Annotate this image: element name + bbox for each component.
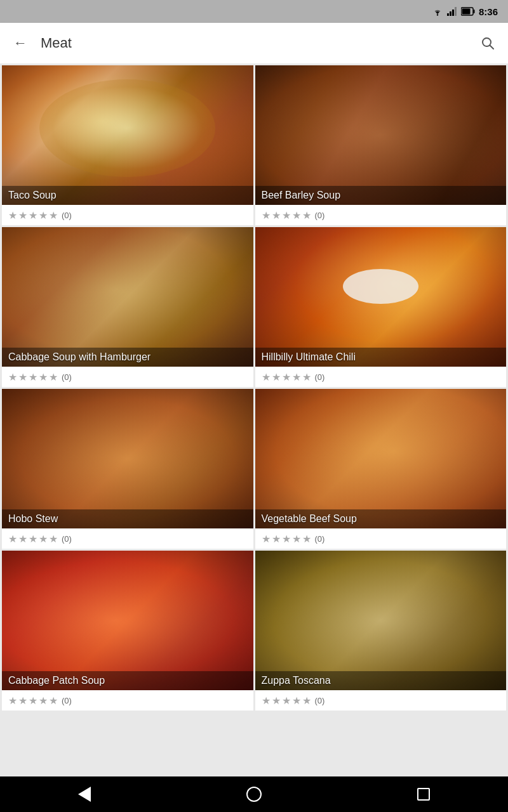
recipe-card-hillbilly-ultimate-chili[interactable]: Hillbilly Ultimate Chili★★★★★(0) xyxy=(255,227,507,387)
star-4: ★ xyxy=(302,371,311,383)
recipe-label-bar: Cabbage Patch Soup xyxy=(2,671,253,690)
recipe-name-hillbilly-ultimate-chili: Hillbilly Ultimate Chili xyxy=(262,351,356,362)
star-0: ★ xyxy=(262,533,271,545)
recipe-stars-zuppa-toscana: ★★★★★ xyxy=(262,695,311,707)
nav-back-icon xyxy=(78,787,91,802)
search-button[interactable] xyxy=(475,30,500,56)
star-3: ★ xyxy=(292,695,301,707)
star-2: ★ xyxy=(29,371,37,383)
recipe-card-taco-soup[interactable]: Taco Soup★★★★★(0) xyxy=(2,65,253,225)
recipe-rating-bar: ★★★★★(0) xyxy=(255,528,507,549)
recipe-name-vegetable-beef-soup: Vegetable Beef Soup xyxy=(262,513,357,524)
star-3: ★ xyxy=(292,533,301,545)
star-0: ★ xyxy=(262,209,271,221)
recipe-card-hobo-stew[interactable]: Hobo Stew★★★★★(0) xyxy=(2,389,253,549)
recipe-stars-hobo-stew: ★★★★★ xyxy=(8,533,58,545)
recipe-image-hobo-stew xyxy=(2,389,253,528)
recipe-name-taco-soup: Taco Soup xyxy=(8,190,57,200)
star-1: ★ xyxy=(18,533,27,545)
star-0: ★ xyxy=(8,695,17,707)
star-1: ★ xyxy=(18,695,27,707)
nav-recent-button[interactable] xyxy=(404,782,443,807)
star-1: ★ xyxy=(272,533,281,545)
nav-bar xyxy=(0,776,508,812)
star-0: ★ xyxy=(262,371,271,383)
wifi-icon xyxy=(432,7,443,16)
recipe-card-zuppa-toscana[interactable]: Zuppa Toscana★★★★★(0) xyxy=(255,551,507,710)
recipe-label-bar: Beef Barley Soup xyxy=(255,186,507,205)
rating-count-hillbilly-ultimate-chili: (0) xyxy=(315,372,325,382)
star-4: ★ xyxy=(49,695,58,707)
nav-recent-icon xyxy=(417,788,430,801)
recipe-rating-bar: ★★★★★(0) xyxy=(2,690,253,710)
star-1: ★ xyxy=(272,209,281,221)
signal-icon xyxy=(447,7,457,16)
recipe-grid-container: Taco Soup★★★★★(0)Beef Barley Soup★★★★★(0… xyxy=(0,63,508,776)
star-1: ★ xyxy=(272,695,281,707)
star-2: ★ xyxy=(29,695,37,707)
search-icon xyxy=(480,36,495,51)
star-4: ★ xyxy=(49,533,58,545)
recipe-card-vegetable-beef-soup[interactable]: Vegetable Beef Soup★★★★★(0) xyxy=(255,389,507,549)
rating-count-cabbage-patch-soup: (0) xyxy=(62,696,72,705)
star-4: ★ xyxy=(49,371,58,383)
recipe-card-cabbage-patch-soup[interactable]: Cabbage Patch Soup★★★★★(0) xyxy=(2,551,253,710)
star-0: ★ xyxy=(262,695,271,707)
back-button[interactable]: ← xyxy=(8,30,33,56)
recipe-rating-bar: ★★★★★(0) xyxy=(2,528,253,549)
recipe-label-bar: Hillbilly Ultimate Chili xyxy=(255,348,507,367)
recipe-name-cabbage-soup-hamburger: Cabbage Soup with Hamburger xyxy=(8,351,150,362)
nav-back-button[interactable] xyxy=(65,782,104,807)
recipe-stars-vegetable-beef-soup: ★★★★★ xyxy=(262,533,311,545)
recipe-name-cabbage-patch-soup: Cabbage Patch Soup xyxy=(8,675,105,686)
rating-count-cabbage-soup-hamburger: (0) xyxy=(62,372,72,382)
star-0: ★ xyxy=(8,371,17,383)
star-2: ★ xyxy=(29,533,37,545)
star-2: ★ xyxy=(29,209,37,221)
recipe-label-bar: Vegetable Beef Soup xyxy=(255,509,507,528)
rating-count-zuppa-toscana: (0) xyxy=(315,696,325,705)
recipe-rating-bar: ★★★★★(0) xyxy=(2,205,253,225)
svg-rect-7 xyxy=(462,9,470,15)
svg-rect-2 xyxy=(450,11,451,16)
star-4: ★ xyxy=(302,209,311,221)
svg-rect-4 xyxy=(455,7,457,16)
recipe-rating-bar: ★★★★★(0) xyxy=(255,205,507,225)
recipe-stars-cabbage-soup-hamburger: ★★★★★ xyxy=(8,371,58,383)
page-title: Meat xyxy=(41,35,467,51)
star-3: ★ xyxy=(292,371,301,383)
recipe-stars-taco-soup: ★★★★★ xyxy=(8,209,58,221)
star-2: ★ xyxy=(282,695,291,707)
recipe-grid: Taco Soup★★★★★(0)Beef Barley Soup★★★★★(0… xyxy=(2,65,506,710)
star-2: ★ xyxy=(282,371,291,383)
rating-count-vegetable-beef-soup: (0) xyxy=(315,534,325,544)
nav-home-button[interactable] xyxy=(235,782,273,807)
recipe-image-hillbilly-ultimate-chili xyxy=(255,227,507,367)
svg-rect-1 xyxy=(447,13,449,16)
recipe-stars-cabbage-patch-soup: ★★★★★ xyxy=(8,695,58,707)
star-4: ★ xyxy=(302,533,311,545)
recipe-name-zuppa-toscana: Zuppa Toscana xyxy=(262,675,331,686)
rating-count-hobo-stew: (0) xyxy=(62,534,72,544)
recipe-name-beef-barley-soup: Beef Barley Soup xyxy=(262,190,341,200)
recipe-rating-bar: ★★★★★(0) xyxy=(2,367,253,387)
recipe-stars-hillbilly-ultimate-chili: ★★★★★ xyxy=(262,371,311,383)
recipe-image-beef-barley-soup xyxy=(255,65,507,205)
recipe-card-cabbage-soup-hamburger[interactable]: Cabbage Soup with Hamburger★★★★★(0) xyxy=(2,227,253,387)
app-bar: ← Meat xyxy=(0,23,508,63)
recipe-image-cabbage-patch-soup xyxy=(2,551,253,690)
star-0: ★ xyxy=(8,533,17,545)
star-3: ★ xyxy=(39,533,48,545)
star-2: ★ xyxy=(282,533,291,545)
status-icons: 8:36 xyxy=(432,6,498,17)
star-3: ★ xyxy=(39,695,48,707)
star-1: ★ xyxy=(272,371,281,383)
recipe-rating-bar: ★★★★★(0) xyxy=(255,367,507,387)
recipe-card-beef-barley-soup[interactable]: Beef Barley Soup★★★★★(0) xyxy=(255,65,507,225)
recipe-stars-beef-barley-soup: ★★★★★ xyxy=(262,209,311,221)
star-1: ★ xyxy=(18,209,27,221)
recipe-label-bar: Taco Soup xyxy=(2,186,253,205)
recipe-label-bar: Cabbage Soup with Hamburger xyxy=(2,348,253,367)
star-3: ★ xyxy=(292,209,301,221)
recipe-rating-bar: ★★★★★(0) xyxy=(255,690,507,710)
